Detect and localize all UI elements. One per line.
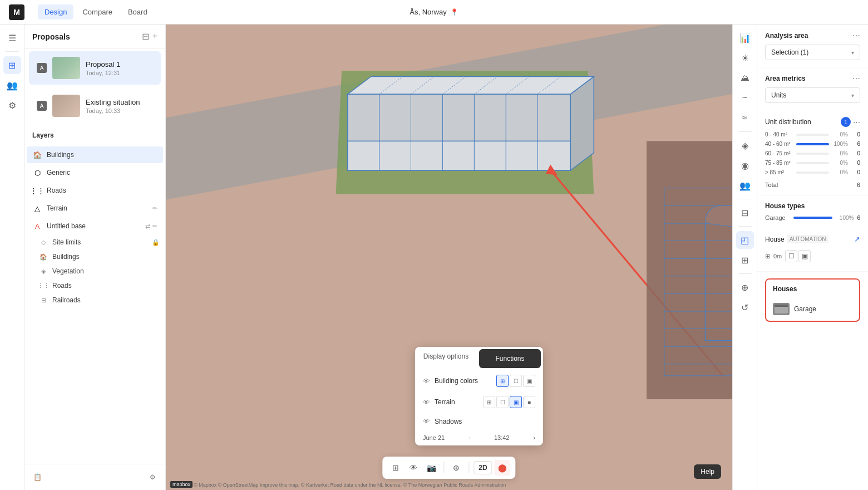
layer-buildings[interactable]: 🏠 Buildings (27, 146, 163, 163)
area-metrics-action[interactable]: ⋯ (852, 74, 860, 83)
eye-icon-1[interactable]: 👁 (423, 377, 430, 385)
om-row: ⊞ 0m ☐ ▣ (765, 248, 860, 264)
terrain-opt-4[interactable]: ■ (523, 396, 535, 408)
lock-icon: 🔒 (152, 239, 160, 246)
wind-icon[interactable]: ~ (736, 89, 754, 107)
terrain-opt-2[interactable]: ☐ (496, 396, 509, 408)
nav-compare[interactable]: Compare (76, 4, 119, 19)
eye-icon-2[interactable]: 👁 (423, 398, 430, 406)
settings-btn[interactable]: ⚙ (3, 96, 21, 114)
analysis-area-action[interactable]: ⋯ (852, 31, 860, 40)
om-box-2[interactable]: ▣ (798, 250, 811, 262)
nav-board[interactable]: Board (121, 4, 154, 19)
unit-count-0-40: 0 (851, 131, 860, 138)
untitled-edit-icon[interactable]: ✏ (152, 223, 157, 230)
bar-chart-icon[interactable]: 📊 (736, 29, 754, 47)
house-types-section: House types Garage 100% 6 (757, 195, 868, 228)
sun-icon[interactable]: ☀ (736, 49, 754, 67)
display-opt-1[interactable]: ⊞ (496, 375, 509, 387)
layers-btn[interactable]: ⊞ (3, 56, 21, 74)
unit-pct-60-75: 0% (832, 150, 848, 156)
unit-bar-gt85 (796, 171, 829, 174)
terrain-opt-1[interactable]: ⊞ (483, 396, 495, 408)
sidebar-filter-btn[interactable]: ⊟ (142, 31, 149, 42)
om-value: 0m (773, 253, 782, 259)
layer-roads[interactable]: ⋮⋮ Roads (27, 182, 163, 199)
unit-range-0-40: 0 - 40 m² (765, 131, 793, 138)
units-dropdown[interactable]: Units ▾ (765, 87, 860, 103)
sub-layer-railroads[interactable]: ⊟ Railroads (33, 293, 165, 307)
left-icon-bar: ☰ ⊞ 👥 ⚙ (0, 24, 24, 490)
display-options-tab[interactable]: Display options (415, 347, 477, 370)
sub-layer-roads[interactable]: ⋮⋮ Roads (33, 278, 165, 293)
people2-icon[interactable]: 👥 (736, 177, 754, 194)
shadows-row: 👁 Shadows (415, 413, 543, 430)
proposal-1-thumb (52, 57, 80, 79)
automation-tag: AUTOMATION (787, 235, 829, 243)
map-area[interactable]: Display options Functions 👁 Building col… (166, 24, 732, 490)
nav-design[interactable]: Design (38, 4, 73, 19)
sidebar-header: Proposals ⊟ + (24, 24, 165, 49)
sidebar-add-btn[interactable]: + (152, 31, 157, 42)
add-point-icon[interactable]: ⊕ (736, 278, 754, 296)
2d-toggle-btn[interactable]: 2D (474, 461, 492, 474)
sidebar-settings-btn[interactable]: ⚙ (144, 469, 161, 486)
building-colors-row: 👁 Building colors ⊞ ☐ ▣ (415, 370, 543, 391)
proposal-item-1[interactable]: A Proposal 1 Today, 12:31 (29, 51, 161, 85)
sidebar-history-btn[interactable]: 📋 (29, 469, 46, 486)
house-label: House (765, 236, 785, 243)
unit-bar-fill-40-60 (796, 143, 829, 145)
layer-terrain[interactable]: △ Terrain ✏ (27, 200, 163, 217)
table-icon[interactable]: ⊞ (736, 251, 754, 269)
right-divider-3 (738, 226, 752, 227)
wave-icon[interactable]: ≈ (736, 109, 754, 127)
untitled-transfer-icon[interactable]: ⇄ (145, 223, 150, 230)
proposal-item-existing[interactable]: A Existing situation Today, 10:33 (29, 89, 161, 122)
layers-section-title: Layers (32, 131, 157, 139)
untitled-base-item[interactable]: A Untitled base ⇄ ✏ (27, 218, 163, 234)
layers2-icon[interactable]: ⊟ (736, 204, 754, 222)
refresh-icon[interactable]: ↺ (736, 298, 754, 316)
house-auto-action-btn[interactable]: ↗ (854, 235, 860, 243)
date-expand-icon[interactable]: › (533, 434, 535, 441)
grid-tool-btn[interactable]: ⊞ (388, 460, 403, 476)
help-button[interactable]: Help (694, 464, 721, 479)
camera-tool-btn[interactable]: 📷 (423, 460, 439, 476)
terrain-edit-icon[interactable]: ✏ (152, 205, 157, 212)
terrain-opt-3[interactable]: ▣ (510, 396, 522, 408)
solar-icon[interactable]: ◉ (736, 156, 754, 174)
sub-layer-buildings[interactable]: 🏠 Buildings (33, 249, 165, 264)
display-opt-3[interactable]: ▣ (523, 375, 535, 387)
people-btn[interactable]: 👥 (3, 76, 21, 94)
svg-rect-21 (647, 141, 732, 399)
app-logo[interactable]: M (9, 4, 24, 20)
houses-garage-card[interactable]: Houses Garage (765, 278, 860, 322)
unit-dist-action[interactable]: ⋯ (853, 118, 860, 126)
unit-count-gt85: 0 (851, 169, 860, 175)
toolbar-divider-1 (443, 462, 444, 473)
sub-layer-site-limits[interactable]: ◇ Site limits 🔒 (33, 235, 165, 249)
functions-tab[interactable]: Functions (479, 349, 541, 368)
eye-icon-3[interactable]: 👁 (423, 417, 430, 425)
eye-tool-btn[interactable]: 👁 (406, 460, 421, 476)
location-display: Ås, Norway 📍 (410, 8, 458, 16)
plus-tool-btn[interactable]: ⊕ (448, 460, 464, 476)
layer-generic[interactable]: ⬡ Generic (27, 164, 163, 181)
mapbox-logo: mapbox (170, 481, 193, 488)
area-selection-dropdown[interactable]: Selection (1) ▾ (765, 45, 860, 60)
cube-icon[interactable]: ◈ (736, 136, 754, 154)
garage-bar-container (793, 217, 832, 219)
sub-layer-vegetation[interactable]: ◈ Vegetation (33, 264, 165, 278)
location-pin-icon[interactable]: 📍 (450, 8, 458, 16)
om-box-1[interactable]: ☐ (785, 250, 797, 262)
analysis-active-icon[interactable]: ◰ (736, 231, 754, 249)
record-btn[interactable]: ⬤ (495, 460, 510, 476)
display-opt-2[interactable]: ☐ (510, 375, 522, 387)
mountain-icon[interactable]: ⛰ (736, 69, 754, 87)
display-options-popup: Display options Functions 👁 Building col… (415, 347, 543, 445)
date-label: June 21 (423, 434, 445, 441)
map-credit: © Mapbox © OpenStreetMap Improve this ma… (194, 482, 506, 488)
menu-toggle-btn[interactable]: ☰ (3, 29, 21, 47)
unit-row-40-60: 40 - 60 m² 100% 6 (765, 141, 860, 147)
sub-layer-vegetation-label: Vegetation (52, 267, 160, 275)
